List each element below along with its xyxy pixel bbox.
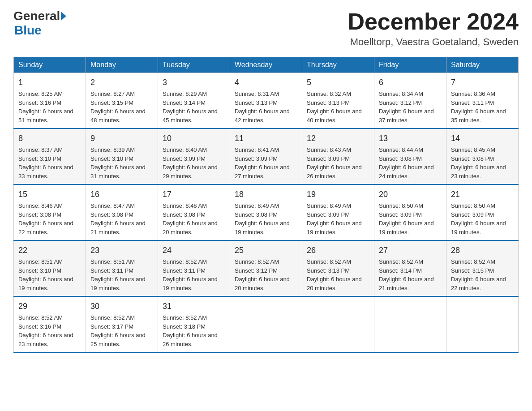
sunset-text: Sunset: 3:12 PM — [235, 267, 278, 274]
calendar-cell: 4Sunrise: 8:31 AMSunset: 3:13 PMDaylight… — [230, 73, 302, 129]
sunset-text: Sunset: 3:15 PM — [451, 267, 494, 274]
calendar-cell: 30Sunrise: 8:52 AMSunset: 3:17 PMDayligh… — [86, 296, 158, 352]
day-number: 8 — [18, 133, 81, 145]
calendar-cell: 18Sunrise: 8:49 AMSunset: 3:08 PMDayligh… — [230, 184, 302, 240]
sunrise-text: Sunrise: 8:49 AM — [235, 202, 279, 209]
page-header: General Blue December 2024 Moelltorp, Va… — [13, 9, 519, 48]
sunset-text: Sunset: 3:08 PM — [379, 155, 422, 162]
calendar-week-1: 1Sunrise: 8:25 AMSunset: 3:16 PMDaylight… — [14, 73, 519, 129]
sunrise-text: Sunrise: 8:37 AM — [18, 146, 63, 153]
day-number: 12 — [307, 133, 369, 145]
col-monday: Monday — [86, 57, 158, 73]
day-number: 23 — [90, 244, 153, 257]
sunset-text: Sunset: 3:09 PM — [163, 155, 206, 162]
sunrise-text: Sunrise: 8:52 AM — [379, 258, 423, 265]
calendar-cell: 27Sunrise: 8:52 AMSunset: 3:14 PMDayligh… — [374, 240, 446, 296]
sunrise-text: Sunrise: 8:45 AM — [451, 146, 495, 153]
calendar-cell: 1Sunrise: 8:25 AMSunset: 3:16 PMDaylight… — [14, 73, 86, 129]
sunset-text: Sunset: 3:10 PM — [18, 267, 61, 274]
sunset-text: Sunset: 3:11 PM — [90, 267, 133, 274]
sunset-text: Sunset: 3:09 PM — [451, 211, 494, 218]
daylight-text: Daylight: 6 hours and 21 minutes. — [379, 276, 434, 291]
calendar-cell: 14Sunrise: 8:45 AMSunset: 3:08 PMDayligh… — [446, 128, 519, 184]
col-saturday: Saturday — [446, 57, 519, 73]
day-number: 16 — [90, 188, 153, 201]
col-friday: Friday — [374, 57, 446, 73]
day-number: 30 — [90, 300, 153, 313]
col-thursday: Thursday — [302, 57, 374, 73]
sunrise-text: Sunrise: 8:39 AM — [90, 146, 135, 153]
calendar-table: Sunday Monday Tuesday Wednesday Thursday… — [13, 57, 519, 353]
sunset-text: Sunset: 3:18 PM — [163, 323, 206, 330]
sunset-text: Sunset: 3:08 PM — [90, 211, 133, 218]
calendar-cell: 22Sunrise: 8:51 AMSunset: 3:10 PMDayligh… — [14, 240, 86, 296]
sunset-text: Sunset: 3:13 PM — [307, 99, 350, 106]
calendar-cell — [374, 296, 446, 352]
daylight-text: Daylight: 6 hours and 19 minutes. — [18, 276, 73, 291]
sunrise-text: Sunrise: 8:52 AM — [163, 314, 207, 321]
calendar-cell: 15Sunrise: 8:46 AMSunset: 3:08 PMDayligh… — [14, 184, 86, 240]
calendar-cell: 19Sunrise: 8:49 AMSunset: 3:09 PMDayligh… — [302, 184, 374, 240]
day-number: 24 — [163, 244, 225, 257]
calendar-cell: 28Sunrise: 8:52 AMSunset: 3:15 PMDayligh… — [446, 240, 519, 296]
calendar-cell: 21Sunrise: 8:50 AMSunset: 3:09 PMDayligh… — [446, 184, 519, 240]
daylight-text: Daylight: 6 hours and 23 minutes. — [451, 164, 506, 180]
day-number: 9 — [90, 133, 153, 145]
calendar-cell: 11Sunrise: 8:41 AMSunset: 3:09 PMDayligh… — [230, 128, 302, 184]
calendar-cell — [446, 296, 519, 352]
sunrise-text: Sunrise: 8:46 AM — [18, 202, 63, 209]
sunrise-text: Sunrise: 8:41 AM — [235, 146, 279, 153]
sunset-text: Sunset: 3:16 PM — [18, 323, 61, 330]
calendar-week-4: 22Sunrise: 8:51 AMSunset: 3:10 PMDayligh… — [14, 240, 519, 296]
sunrise-text: Sunrise: 8:52 AM — [307, 258, 351, 265]
daylight-text: Daylight: 6 hours and 29 minutes. — [163, 164, 218, 180]
sunrise-text: Sunrise: 8:48 AM — [163, 202, 207, 209]
calendar-cell: 17Sunrise: 8:48 AMSunset: 3:08 PMDayligh… — [158, 184, 230, 240]
sunrise-text: Sunrise: 8:52 AM — [90, 314, 135, 321]
daylight-text: Daylight: 6 hours and 21 minutes. — [90, 220, 146, 235]
sunset-text: Sunset: 3:17 PM — [90, 323, 133, 330]
calendar-cell: 20Sunrise: 8:50 AMSunset: 3:09 PMDayligh… — [374, 184, 446, 240]
calendar-cell: 12Sunrise: 8:43 AMSunset: 3:09 PMDayligh… — [302, 128, 374, 184]
calendar-cell: 31Sunrise: 8:52 AMSunset: 3:18 PMDayligh… — [158, 296, 230, 352]
logo-blue-text: Blue — [14, 23, 42, 38]
calendar-cell: 3Sunrise: 8:29 AMSunset: 3:14 PMDaylight… — [158, 73, 230, 129]
title-block: December 2024 Moelltorp, Vaestra Goetala… — [348, 9, 519, 48]
sunrise-text: Sunrise: 8:40 AM — [163, 146, 207, 153]
daylight-text: Daylight: 6 hours and 19 minutes. — [235, 220, 290, 235]
col-wednesday: Wednesday — [230, 57, 302, 73]
calendar-cell: 25Sunrise: 8:52 AMSunset: 3:12 PMDayligh… — [230, 240, 302, 296]
calendar-cell: 2Sunrise: 8:27 AMSunset: 3:15 PMDaylight… — [86, 73, 158, 129]
header-row: Sunday Monday Tuesday Wednesday Thursday… — [14, 57, 519, 73]
sunset-text: Sunset: 3:08 PM — [235, 211, 278, 218]
day-number: 6 — [379, 77, 442, 89]
day-number: 21 — [451, 188, 514, 201]
daylight-text: Daylight: 6 hours and 26 minutes. — [307, 164, 362, 180]
day-number: 2 — [90, 77, 153, 89]
calendar-cell: 5Sunrise: 8:32 AMSunset: 3:13 PMDaylight… — [302, 73, 374, 129]
daylight-text: Daylight: 6 hours and 20 minutes. — [163, 220, 218, 235]
daylight-text: Daylight: 6 hours and 24 minutes. — [379, 164, 434, 180]
calendar-week-2: 8Sunrise: 8:37 AMSunset: 3:10 PMDaylight… — [14, 128, 519, 184]
calendar-cell: 24Sunrise: 8:52 AMSunset: 3:11 PMDayligh… — [158, 240, 230, 296]
daylight-text: Daylight: 6 hours and 19 minutes. — [163, 276, 218, 291]
sunrise-text: Sunrise: 8:50 AM — [451, 202, 495, 209]
sunset-text: Sunset: 3:09 PM — [307, 211, 350, 218]
sunset-text: Sunset: 3:13 PM — [307, 267, 350, 274]
sunrise-text: Sunrise: 8:52 AM — [163, 258, 207, 265]
calendar-cell: 29Sunrise: 8:52 AMSunset: 3:16 PMDayligh… — [14, 296, 86, 352]
daylight-text: Daylight: 6 hours and 37 minutes. — [379, 108, 434, 124]
day-number: 13 — [379, 133, 442, 145]
sunset-text: Sunset: 3:09 PM — [235, 155, 278, 162]
day-number: 4 — [235, 77, 297, 89]
daylight-text: Daylight: 6 hours and 19 minutes. — [90, 276, 146, 291]
sunrise-text: Sunrise: 8:31 AM — [235, 90, 279, 97]
sunrise-text: Sunrise: 8:32 AM — [307, 90, 351, 97]
daylight-text: Daylight: 6 hours and 45 minutes. — [163, 108, 218, 124]
day-number: 17 — [163, 188, 225, 201]
calendar-cell — [230, 296, 302, 352]
daylight-text: Daylight: 6 hours and 33 minutes. — [18, 164, 73, 180]
calendar-cell: 10Sunrise: 8:40 AMSunset: 3:09 PMDayligh… — [158, 128, 230, 184]
sunset-text: Sunset: 3:14 PM — [163, 99, 206, 106]
calendar-cell: 8Sunrise: 8:37 AMSunset: 3:10 PMDaylight… — [14, 128, 86, 184]
